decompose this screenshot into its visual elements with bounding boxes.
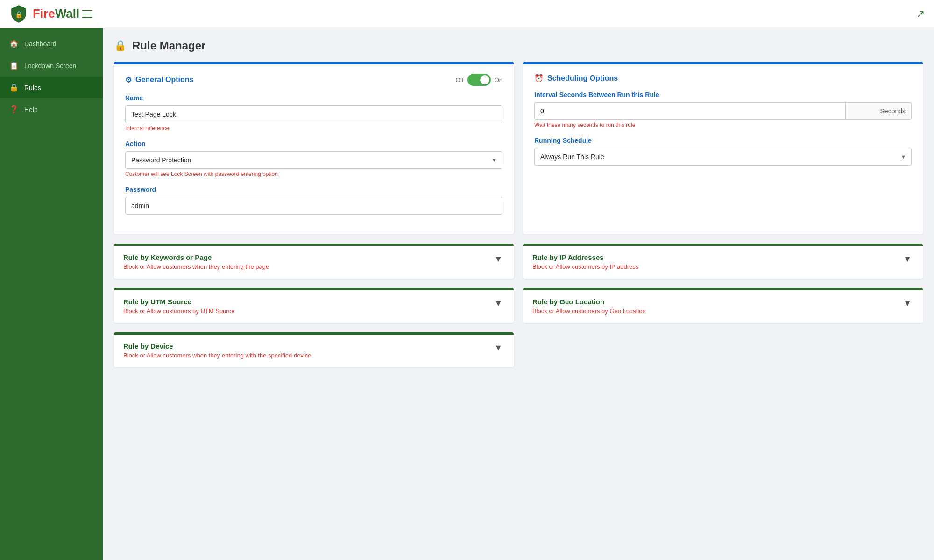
interval-label: Interval Seconds Between Run this Rule [534, 91, 912, 98]
top-header: 🔒 FireWall ↗ [0, 0, 934, 28]
name-field-group: Name Internal reference [125, 94, 502, 132]
section-utm-subtitle: Block or Allow customers by UTM Source [123, 308, 492, 315]
schedule-label: Running Schedule [534, 137, 912, 144]
section-device-info: Rule by Device Block or Allow customers … [123, 342, 492, 359]
action-field-group: Action Password Protection Block Access … [125, 140, 502, 177]
sidebar-item-label: Lockdown Screen [24, 62, 76, 70]
app-body: 🏠 Dashboard 📋 Lockdown Screen 🔒 Rules ❓ … [0, 28, 934, 560]
name-label: Name [125, 94, 502, 102]
section-utm: Rule by UTM Source Block or Allow custom… [114, 288, 514, 323]
interval-unit: Seconds [846, 103, 911, 119]
hamburger-line-1 [82, 10, 92, 11]
name-hint: Internal reference [125, 125, 502, 132]
hamburger-button[interactable] [79, 7, 95, 21]
interval-input[interactable] [535, 103, 846, 119]
scheduling-options-card: ⏰ Scheduling Options Interval Seconds Be… [523, 62, 923, 234]
password-input[interactable] [125, 197, 502, 215]
toggle-on-label: On [495, 77, 502, 84]
action-label: Action [125, 140, 502, 147]
bottom-sections-grid: Rule by Keywords or Page Block or Allow … [114, 244, 923, 367]
section-utm-body: Rule by UTM Source Block or Allow custom… [114, 290, 514, 323]
toggle-switch[interactable] [467, 74, 491, 86]
action-select-wrapper: Password Protection Block Access Redirec… [125, 151, 502, 169]
section-geo-toggle[interactable]: ▼ [901, 299, 913, 308]
rules-icon: 🔒 [9, 83, 19, 92]
toggle-off-label: Off [456, 77, 464, 84]
name-input[interactable] [125, 105, 502, 123]
section-ip-body: Rule by IP Addresses Block or Allow cust… [523, 246, 923, 279]
interval-hint: Wait these many seconds to run this rule [534, 122, 912, 128]
hamburger-line-2 [82, 14, 92, 14]
action-hint: Customer will see Lock Screen with passw… [125, 171, 502, 177]
general-options-card: ⚙ General Options Off On [114, 62, 514, 234]
section-ip-subtitle: Block or Allow customers by IP address [532, 263, 901, 270]
schedule-select[interactable]: Always Run This Rule Run on Schedule [534, 148, 912, 166]
schedule-select-wrapper: Always Run This Rule Run on Schedule [534, 148, 912, 166]
action-select[interactable]: Password Protection Block Access Redirec… [125, 151, 502, 169]
schedule-field-group: Running Schedule Always Run This Rule Ru… [534, 137, 912, 166]
sidebar: 🏠 Dashboard 📋 Lockdown Screen 🔒 Rules ❓ … [0, 28, 103, 560]
interval-row: Seconds [534, 102, 912, 120]
help-icon: ❓ [9, 105, 19, 114]
section-device: Rule by Device Block or Allow customers … [114, 332, 514, 367]
section-ip-title: Rule by IP Addresses [532, 253, 901, 261]
main-content: 🔒 Rule Manager ⚙ General Options Off [103, 28, 934, 560]
clock-icon: ⏰ [534, 74, 544, 83]
section-ip-toggle[interactable]: ▼ [901, 254, 913, 264]
page-title-icon: 🔒 [114, 40, 127, 52]
sidebar-item-label: Rules [24, 84, 41, 91]
lockdown-icon: 📋 [9, 61, 19, 70]
section-geo-info: Rule by Geo Location Block or Allow cust… [532, 298, 901, 315]
section-keywords-title: Rule by Keywords or Page [123, 253, 492, 261]
sidebar-item-rules[interactable]: 🔒 Rules [0, 77, 103, 98]
general-options-header-row: ⚙ General Options Off On [125, 74, 502, 86]
section-keywords-toggle[interactable]: ▼ [492, 254, 504, 264]
logout-button[interactable]: ↗ [916, 8, 925, 20]
section-geo-title: Rule by Geo Location [532, 298, 901, 306]
section-device-body: Rule by Device Block or Allow customers … [114, 335, 514, 367]
top-cards-grid: ⚙ General Options Off On [114, 62, 923, 234]
section-keywords-body: Rule by Keywords or Page Block or Allow … [114, 246, 514, 279]
section-device-title: Rule by Device [123, 342, 492, 350]
general-options-body: ⚙ General Options Off On [114, 64, 514, 234]
password-field-group: Password [125, 186, 502, 215]
page-title-area: 🔒 Rule Manager [114, 39, 923, 52]
dashboard-icon: 🏠 [9, 39, 19, 48]
section-utm-info: Rule by UTM Source Block or Allow custom… [123, 298, 492, 315]
svg-text:🔒: 🔒 [15, 11, 23, 19]
section-device-subtitle: Block or Allow customers when they enter… [123, 352, 492, 359]
scheduling-options-title: ⏰ Scheduling Options [534, 74, 912, 83]
password-label: Password [125, 186, 502, 193]
section-keywords-subtitle: Block or Allow customers when they enter… [123, 263, 492, 270]
section-keywords: Rule by Keywords or Page Block or Allow … [114, 244, 514, 279]
section-geo-subtitle: Block or Allow customers by Geo Location [532, 308, 901, 315]
logout-icon: ↗ [916, 8, 925, 20]
interval-field-group: Interval Seconds Between Run this Rule S… [534, 91, 912, 128]
app-name: FireWall [33, 7, 79, 21]
logo-icon: 🔒 [9, 5, 28, 23]
sidebar-item-dashboard[interactable]: 🏠 Dashboard [0, 33, 103, 55]
gear-icon: ⚙ [125, 76, 132, 84]
page-title: Rule Manager [132, 39, 205, 52]
toggle-thumb [480, 75, 489, 84]
section-utm-toggle[interactable]: ▼ [492, 299, 504, 308]
hamburger-line-3 [82, 17, 92, 18]
toggle-area: Off On [456, 74, 502, 86]
sidebar-item-help[interactable]: ❓ Help [0, 98, 103, 120]
section-ip: Rule by IP Addresses Block or Allow cust… [523, 244, 923, 279]
logo-area: 🔒 FireWall [9, 5, 79, 23]
section-device-toggle[interactable]: ▼ [492, 343, 504, 353]
section-utm-title: Rule by UTM Source [123, 298, 492, 306]
sidebar-item-label: Dashboard [24, 40, 57, 48]
sidebar-item-lockdown[interactable]: 📋 Lockdown Screen [0, 55, 103, 77]
section-geo: Rule by Geo Location Block or Allow cust… [523, 288, 923, 323]
section-keywords-info: Rule by Keywords or Page Block or Allow … [123, 253, 492, 270]
scheduling-options-body: ⏰ Scheduling Options Interval Seconds Be… [523, 64, 923, 185]
sidebar-item-label: Help [24, 106, 38, 113]
section-geo-body: Rule by Geo Location Block or Allow cust… [523, 290, 923, 323]
general-options-title: ⚙ General Options [125, 76, 193, 84]
section-ip-info: Rule by IP Addresses Block or Allow cust… [532, 253, 901, 270]
